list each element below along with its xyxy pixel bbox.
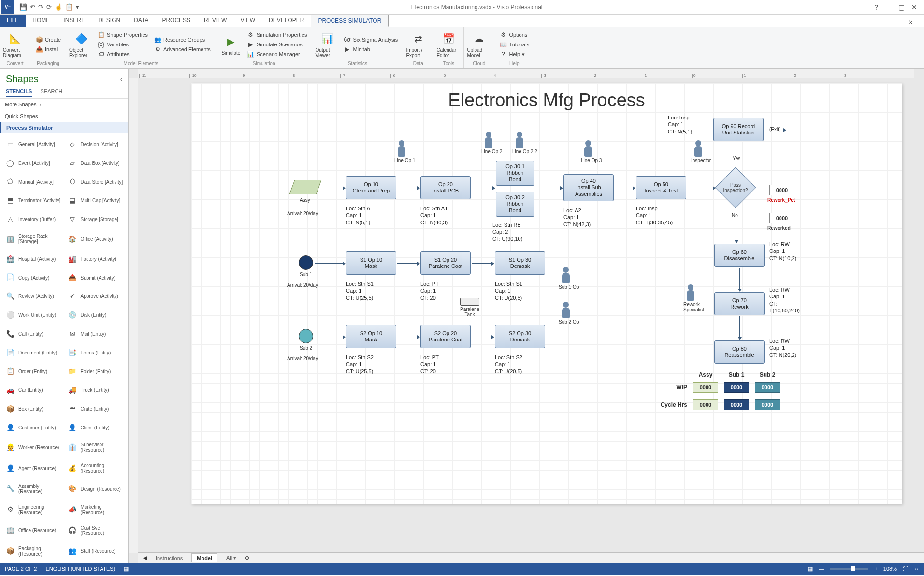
shape-stencil-item[interactable]: 📣Marketing (Resource) xyxy=(65,500,126,520)
zoom-slider[interactable] xyxy=(830,568,868,570)
pass-inspection[interactable]: Pass Inspection? xyxy=(716,173,755,202)
shape-stencil-item[interactable]: ⬓Multi-Cap [Activity] xyxy=(65,192,126,209)
line-op-2[interactable]: Line Op 2 xyxy=(481,132,496,154)
add-sheet-icon[interactable]: ⊕ xyxy=(245,555,249,561)
shape-stencil-item[interactable]: 🏢Storage Rack [Storage] xyxy=(3,229,63,249)
resource-groups-button[interactable]: 👥Resource Groups xyxy=(152,35,213,44)
more-shapes[interactable]: More Shapes › xyxy=(0,99,128,110)
presentation-icon[interactable]: ▦ xyxy=(808,566,813,572)
shape-stencil-item[interactable]: ◯Event [Activity] xyxy=(3,154,63,172)
inspector[interactable]: Inspector xyxy=(691,140,706,163)
shape-stencil-item[interactable]: 📤Submit (Activity) xyxy=(65,269,126,287)
sim-scenarios-button[interactable]: ▶Simulate Scenarios xyxy=(245,40,309,49)
shape-stencil-item[interactable]: 🎧Cust Svc (Resource) xyxy=(65,520,126,540)
zoom-out-icon[interactable]: — xyxy=(819,566,824,572)
shape-stencil-item[interactable]: 👔Supervisor (Resource) xyxy=(65,438,126,458)
sub2-op[interactable]: Sub 2 Op xyxy=(559,302,573,325)
shape-properties-button[interactable]: 📋Shape Properties xyxy=(95,30,150,39)
shape-stencil-item[interactable]: ⚙Engineering (Resource) xyxy=(3,500,63,520)
shape-stencil-item[interactable]: ▭General [Activity] xyxy=(3,135,63,153)
import-export-button[interactable]: ⇄Import / Export xyxy=(406,28,430,61)
variables-button[interactable]: {x}Variables xyxy=(95,40,150,49)
entity-assy[interactable] xyxy=(289,180,322,194)
s1-op20[interactable]: S1 Op 20 Paralene Coat xyxy=(420,251,471,275)
op20[interactable]: Op 20 Install PCB xyxy=(420,176,471,199)
line-op-3[interactable]: Line Op 3 xyxy=(581,140,595,163)
shape-stencil-item[interactable]: ▽Storage [Storage] xyxy=(65,210,126,228)
tab-process-simulator[interactable]: PROCESS SIMULATOR xyxy=(311,15,389,27)
object-explorer-button[interactable]: 🔷Object Explorer xyxy=(69,28,93,61)
paralene-tank[interactable]: Paralene Tank xyxy=(460,298,479,317)
s1-op10[interactable]: S1 Op 10 Mask xyxy=(346,251,396,275)
shape-stencil-item[interactable]: ✔Approve (Activity) xyxy=(65,288,126,306)
close-document-icon[interactable]: ✕ xyxy=(901,16,920,29)
zoom-in-icon[interactable]: + xyxy=(874,566,877,572)
sheet-instructions[interactable]: Instructions xyxy=(151,554,188,562)
stencils-tab[interactable]: STENCILS xyxy=(6,89,32,97)
close-icon[interactable]: ✕ xyxy=(911,3,917,11)
install-button[interactable]: 📥Install xyxy=(33,45,63,54)
shape-stencil-item[interactable]: 🗃Crate (Entity) xyxy=(65,400,126,418)
sub1-op[interactable]: Sub 1 Op xyxy=(559,267,573,290)
shape-stencil-item[interactable]: ⬠Manual [Activity] xyxy=(3,173,63,191)
shape-stencil-item[interactable]: ▱Data Box [Activity] xyxy=(65,154,126,172)
shape-stencil-item[interactable]: 📦Packaging (Resource) xyxy=(3,541,63,561)
shape-stencil-item[interactable]: 👷Worker (Resource) xyxy=(3,438,63,458)
collapse-icon[interactable]: ‹ xyxy=(120,76,122,83)
copy-icon[interactable]: 📋 xyxy=(65,3,73,11)
shape-stencil-item[interactable]: 🏥Hospital (Activity) xyxy=(3,250,63,268)
op50[interactable]: Op 50 Inspect & Test xyxy=(636,176,686,199)
calendar-editor-button[interactable]: 📅Calendar Editor xyxy=(436,28,461,61)
op30-1[interactable]: Op 30-1 Ribbon Bond xyxy=(496,161,534,186)
shape-stencil-item[interactable]: 👤Agent (Resource) xyxy=(3,458,63,478)
undo-icon[interactable]: ↶ xyxy=(30,3,35,11)
drawing-page[interactable]: Electronics Mfg Process Assy Arrival: 20… xyxy=(191,83,902,504)
simulate-button[interactable]: ▶Simulate xyxy=(219,28,243,61)
process-simulator-stencil[interactable]: Process Simulator xyxy=(0,122,128,133)
sheet-model[interactable]: Model xyxy=(191,553,217,562)
s2-op30[interactable]: S2 Op 30 Demask xyxy=(495,325,545,348)
op30-2[interactable]: Op 30-2 Ribbon Bond xyxy=(496,192,534,217)
shape-stencil-item[interactable]: ✉Mail (Entity) xyxy=(65,325,126,343)
line-op-1[interactable]: Line Op 1 xyxy=(394,140,409,163)
convert-diagram-button[interactable]: 📐Convert Diagram xyxy=(3,28,27,61)
help-icon[interactable]: ? xyxy=(874,3,878,11)
line-op-2-2[interactable]: Line Op 2.2 xyxy=(512,132,527,154)
help-button[interactable]: ?Help ▾ xyxy=(497,50,531,59)
tab-process[interactable]: PROCESS xyxy=(155,15,197,27)
scenario-manager-button[interactable]: 📊Scenario Manager xyxy=(245,50,309,59)
tab-home[interactable]: HOME xyxy=(26,15,57,27)
shape-stencil-item[interactable]: 👤Client (Entity) xyxy=(65,419,126,437)
shape-stencil-item[interactable]: 🔧Assembly (Resource) xyxy=(3,479,63,499)
canvas[interactable]: -11-10-9-8-7-6-5-4-3-2-10123 Electronics… xyxy=(129,69,924,563)
shape-stencil-item[interactable]: 🚚Truck (Entity) xyxy=(65,382,126,399)
shape-stencil-item[interactable]: ⬡Data Store [Activity] xyxy=(65,173,126,191)
shape-stencil-item[interactable]: 📞Call (Entity) xyxy=(3,325,63,343)
shape-stencil-item[interactable]: △Inventory (Buffer) xyxy=(3,210,63,228)
op90[interactable]: Op 90 Record Unit Statistics xyxy=(713,118,764,141)
op10[interactable]: Op 10 Clean and Prep xyxy=(346,176,396,199)
entity-sub2[interactable] xyxy=(299,329,313,343)
shape-stencil-item[interactable]: 💰Accounting (Resource) xyxy=(65,458,126,478)
search-tab[interactable]: SEARCH xyxy=(40,89,62,94)
shape-stencil-item[interactable]: 🔍Review (Activity) xyxy=(3,288,63,306)
macro-icon[interactable]: ▦ xyxy=(124,566,129,572)
rework-specialist[interactable]: Rework Specialist xyxy=(683,284,698,312)
quick-shapes[interactable]: Quick Shapes xyxy=(0,110,128,122)
qa-customize-icon[interactable]: ▾ xyxy=(76,3,79,11)
zoom-level[interactable]: 108% xyxy=(883,566,897,572)
sim-properties-button[interactable]: ⚙Simulation Properties xyxy=(245,30,309,39)
shape-stencil-item[interactable]: 🏭Factory (Activity) xyxy=(65,250,126,268)
fit-width-icon[interactable]: ↔ xyxy=(914,566,919,572)
touch-icon[interactable]: ☝ xyxy=(55,3,62,11)
shape-stencil-item[interactable]: 📄Document (Entity) xyxy=(3,344,63,362)
six-sigma-button[interactable]: 6σSix Sigma Analysis xyxy=(341,35,400,44)
tab-data[interactable]: DATA xyxy=(127,15,155,27)
fit-page-icon[interactable]: ⛶ xyxy=(903,566,908,572)
nav-prev-icon[interactable]: ◀ xyxy=(143,555,147,561)
op70[interactable]: Op 70 Rework xyxy=(714,292,765,315)
tab-design[interactable]: DESIGN xyxy=(91,15,127,27)
tab-file[interactable]: FILE xyxy=(0,15,26,27)
shape-stencil-item[interactable]: 📁Folder (Entity) xyxy=(65,363,126,381)
create-button[interactable]: 📦Create xyxy=(33,35,63,44)
